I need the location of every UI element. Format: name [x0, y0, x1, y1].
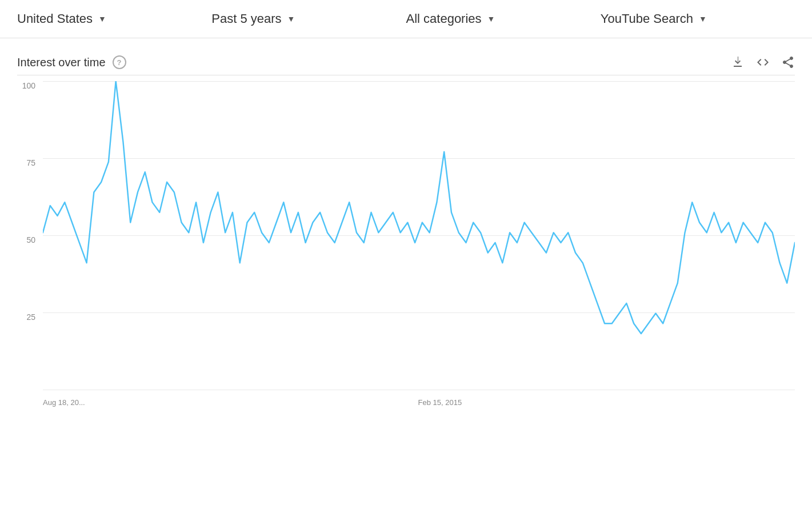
chart-area: 100 75 50 25 Aug 18, 20... Feb 15, 2015 — [17, 81, 795, 407]
embed-icon[interactable] — [756, 55, 770, 69]
help-icon[interactable]: ? — [113, 55, 126, 69]
section-actions — [731, 55, 795, 69]
y-label-75: 75 — [26, 158, 35, 167]
location-label: United States — [17, 11, 93, 26]
section-title-area: Interest over time ? — [17, 55, 126, 69]
search-type-chevron: ▼ — [699, 14, 707, 23]
categories-chevron: ▼ — [487, 14, 495, 23]
time-range-label: Past 5 years — [211, 11, 281, 26]
line-chart-svg — [43, 81, 795, 384]
time-range-filter[interactable]: Past 5 years ▼ — [211, 11, 406, 26]
location-chevron: ▼ — [98, 14, 106, 23]
filter-bar: United States ▼ Past 5 years ▼ All categ… — [0, 0, 812, 38]
share-icon[interactable] — [781, 55, 795, 69]
y-label-50: 50 — [26, 235, 35, 245]
y-label-100: 100 — [22, 81, 35, 90]
section-header: Interest over time ? — [0, 38, 812, 75]
search-type-filter[interactable]: YouTube Search ▼ — [601, 11, 795, 26]
time-range-chevron: ▼ — [287, 14, 295, 23]
section-divider — [17, 75, 795, 75]
x-label-start: Aug 18, 20... — [43, 398, 85, 407]
categories-filter[interactable]: All categories ▼ — [406, 11, 601, 26]
download-icon[interactable] — [731, 55, 745, 69]
location-filter[interactable]: United States ▼ — [17, 11, 211, 26]
x-label-mid: Feb 15, 2015 — [418, 398, 462, 407]
y-label-25: 25 — [26, 312, 35, 322]
categories-label: All categories — [406, 11, 482, 26]
chart-container: 100 75 50 25 Aug 18, 20... Feb 15, 2015 — [17, 81, 795, 435]
section-title: Interest over time — [17, 56, 106, 69]
search-type-label: YouTube Search — [601, 11, 693, 26]
y-axis: 100 75 50 25 — [17, 81, 40, 390]
x-axis: Aug 18, 20... Feb 15, 2015 — [43, 390, 795, 407]
